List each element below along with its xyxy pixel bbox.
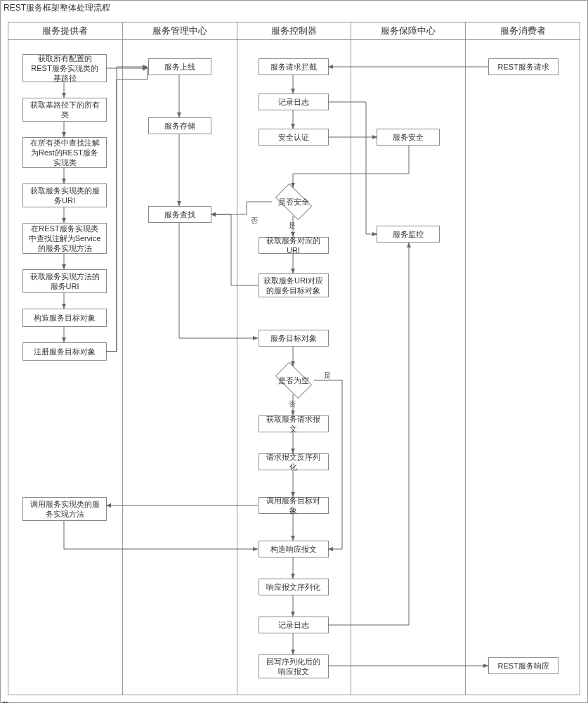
lane-ctrl: 服务请求拦截 记录日志 安全认证 是否安全 获取服务对应的URI 获取服务URI…	[237, 40, 352, 695]
box-m3: 服务查找	[148, 206, 211, 223]
box-c8: 请求报文反序列化	[259, 453, 329, 470]
decision-d2: 是否为空	[271, 366, 316, 394]
box-p1: 获取所有配置的REST服务实现类的基路径	[22, 54, 107, 82]
box-p7: 构造服务目标对象	[22, 309, 107, 327]
lane-header-mgmt: 服务管理中心	[123, 22, 237, 40]
box-c1: 服务请求拦截	[259, 58, 329, 75]
swimlane-body: 获取所有配置的REST服务实现类的基路径 获取基路径下的所有类 在所有类中查找注…	[8, 40, 580, 695]
box-m2: 服务存储	[148, 117, 211, 134]
label-d2-yes: 是	[324, 370, 331, 380]
box-c2: 记录日志	[259, 93, 329, 110]
box-p3: 在所有类中查找注解为Rest的REST服务实现类	[22, 137, 107, 168]
box-p9: 调用服务实现类的服务实现方法	[22, 497, 107, 521]
box-p6: 获取服务实现方法的服务URI	[22, 269, 107, 293]
lane-header-provider: 服务提供者	[8, 22, 123, 40]
box-c3: 安全认证	[259, 129, 329, 146]
lane-mgmt: 服务上线 服务存储 服务查找	[123, 40, 237, 695]
box-c7: 获取服务请求报文	[259, 415, 329, 432]
box-c12: 记录日志	[259, 617, 329, 633]
label-d2-no: 否	[289, 399, 296, 409]
box-c10: 构造响应报文	[259, 541, 329, 557]
diagram-title: REST服务框架整体处理流程	[4, 2, 110, 14]
label-d1-yes: 是	[289, 221, 296, 231]
decision-d1: 是否安全	[271, 188, 316, 216]
box-p5: 在REST服务实现类中查找注解为Service的服务实现方法	[22, 223, 107, 254]
box-u1: REST服务请求	[488, 58, 558, 75]
lane-header-ctrl: 服务控制器	[237, 22, 352, 40]
box-c11: 响应报文序列化	[259, 579, 329, 595]
box-g1: 服务安全	[377, 129, 440, 146]
box-u2: REST服务响应	[488, 657, 558, 674]
lane-header-consumer: 服务消费者	[466, 22, 580, 40]
box-c4: 获取服务对应的URI	[259, 237, 329, 254]
swimlane-headers: 服务提供者 服务管理中心 服务控制器 服务保障中心 服务消费者	[8, 22, 580, 40]
box-p8: 注册服务目标对象	[22, 342, 107, 361]
lane-header-guard: 服务保障中心	[351, 22, 466, 40]
lane-guard: 服务安全 服务监控	[351, 40, 466, 695]
box-g2: 服务监控	[377, 226, 440, 243]
box-c9: 调用服务目标对象	[259, 497, 329, 514]
box-m1: 服务上线	[148, 58, 211, 75]
flowchart-container: REST服务框架整体处理流程 服务提供者 服务管理中心 服务控制器 服务保障中心…	[0, 0, 588, 703]
box-c6: 服务目标对象	[259, 330, 329, 347]
box-c13: 回写序列化后的响应报文	[259, 654, 329, 678]
box-c5: 获取服务URI对应的服务目标对象	[259, 273, 329, 297]
lane-provider: 获取所有配置的REST服务实现类的基路径 获取基路径下的所有类 在所有类中查找注…	[8, 40, 123, 695]
label-d1-no: 否	[251, 216, 258, 226]
lane-consumer: REST服务请求 REST服务响应	[466, 40, 580, 695]
box-p4: 获取服务实现类的服务URI	[22, 183, 107, 207]
box-p2: 获取基路径下的所有类	[22, 98, 107, 122]
